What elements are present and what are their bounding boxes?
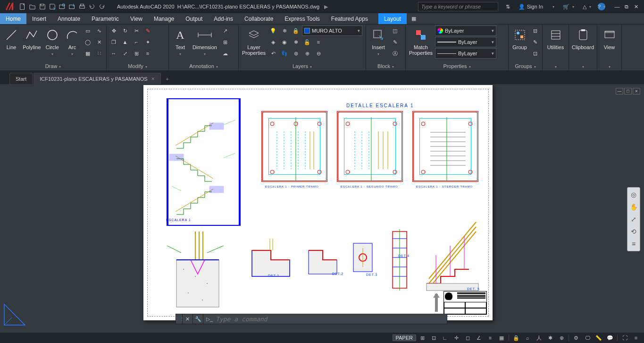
dimension-button[interactable]: Dimension▾ [191,26,219,58]
group-button[interactable]: Group [510,26,529,52]
sb-custom-icon[interactable]: ≡ [631,334,641,342]
vp-close-icon[interactable]: × [633,88,640,94]
tab-manage[interactable]: Manage [148,13,180,24]
close-icon[interactable]: ✕ [632,2,640,11]
redo-icon[interactable] [97,2,107,11]
sb-ws-icon[interactable]: ⚙ [571,334,581,342]
block-attr-icon[interactable]: Ⓐ [390,48,400,59]
tab-express[interactable]: Express Tools [279,13,325,24]
circle-button[interactable]: Circle▾ [43,26,62,58]
vp-minimize-icon[interactable]: — [616,88,623,94]
tab-featured[interactable]: Featured Apps [326,13,374,24]
command-input[interactable] [216,316,447,323]
layer-properties-button[interactable]: Layer Properties [241,26,267,58]
sb-monitor-icon[interactable]: 🖵 [582,334,593,342]
save-web-icon[interactable] [67,2,77,11]
match-properties-button[interactable]: Match Properties [408,26,434,58]
sb-grid-icon[interactable]: ⊞ [417,334,427,342]
tab-collaborate[interactable]: Collaborate [239,13,279,24]
table-icon[interactable]: ⊞ [220,37,230,47]
new-icon[interactable] [18,2,27,11]
utilities-button[interactable]: Utilities [544,26,567,52]
erase-icon[interactable]: ✎ [142,26,153,36]
connectivity-icon[interactable]: ⇅ [504,3,512,11]
layer-on-icon[interactable]: 💡 [268,26,278,36]
scale-icon[interactable]: ⤢ [120,48,130,59]
tab-insert[interactable]: Insert [26,13,52,24]
tab-parametric[interactable]: Parametric [86,13,125,24]
explode-icon[interactable]: ✦ [142,37,153,47]
spline-icon[interactable]: ∿ [94,26,104,36]
tab-close-icon[interactable]: × [151,76,155,82]
tab-addins[interactable]: Add-ins [208,13,239,24]
title-play-icon[interactable]: ▶ [324,4,328,10]
rotate-icon[interactable]: ↻ [120,26,130,36]
move-icon[interactable]: ✥ [109,26,119,36]
ellipse-icon[interactable]: ◯ [83,37,93,47]
nav-wheel-icon[interactable]: ◎ [628,189,639,200]
sb-units-icon[interactable]: 📏 [594,334,604,342]
nav-pan-icon[interactable]: ✋ [628,202,639,212]
arc-button[interactable]: Arc▾ [63,26,82,58]
offset-icon[interactable]: ≡ [142,48,153,59]
sb-annoscale-icon[interactable]: 🔒 [511,334,521,342]
sb-ortho-icon[interactable]: ∟ [440,334,450,342]
lineweight-combo[interactable]: ByLayer [435,37,496,47]
saveas-icon[interactable] [48,2,57,11]
trim-icon[interactable]: ✂ [131,26,142,36]
layer-freeze-icon[interactable]: ❄ [279,26,290,36]
paper-model-toggle[interactable]: PAPER [393,334,416,341]
cmd-recent-icon[interactable]: 🔧 [193,314,203,324]
sb-annovis-icon[interactable]: ✱ [545,334,555,342]
sb-osnap-icon[interactable]: ◻ [462,334,473,342]
layer-del-icon[interactable]: ⊖ [313,48,324,59]
block-create-icon[interactable]: ◫ [390,26,400,36]
layer-combo[interactable]: MURO ALTO [302,26,362,36]
cart-icon[interactable]: 🛒 [561,3,576,11]
tab-start[interactable]: Start [9,73,33,84]
sb-lwt-icon[interactable]: ≡ [485,334,495,342]
search-box[interactable]: Type a keyword or phrase [418,2,498,11]
layer-prev-icon[interactable]: ↶ [268,48,278,59]
sb-snap-icon[interactable]: ⊡ [428,334,439,342]
vp-restore-icon[interactable]: □ [624,88,632,94]
command-line[interactable]: ⋮⋮ ✕ 🔧 ▷_ [176,314,447,324]
help-icon[interactable]: ? [598,3,605,10]
sb-polar-icon[interactable]: ✛ [451,334,461,342]
tab-add-icon[interactable]: + [162,74,173,84]
tab-annotate[interactable]: Annotate [52,13,86,24]
nav-more-icon[interactable]: ≡ [628,239,639,249]
polyline-button[interactable]: Polyline [22,26,42,52]
tab-home[interactable]: Home [0,13,26,24]
clipboard-button[interactable]: Clipboard [571,26,595,52]
view-button[interactable]: View [599,26,619,52]
point-icon[interactable]: ∷ [94,48,104,59]
group-edit-icon[interactable]: ✎ [530,37,540,47]
color-combo[interactable]: ByLayer [435,26,496,36]
tab-output[interactable]: Output [180,13,208,24]
layer-lock-icon[interactable]: 🔒 [291,26,301,36]
text-button[interactable]: AText▾ [171,26,190,58]
tab-settings-icon[interactable]: ▦ [409,13,419,24]
layer-match-icon[interactable]: ≡ [313,37,324,47]
group-sel-icon[interactable]: ⊡ [530,48,540,59]
sb-otrack-icon[interactable]: ∠ [474,334,484,342]
block-edit-icon[interactable]: ✎ [390,37,400,47]
layer-lck-icon[interactable]: 🔓 [302,37,312,47]
tab-layout[interactable]: Layout [378,13,407,24]
layer-chg-icon[interactable]: ⊛ [291,48,301,59]
minimize-icon[interactable]: — [613,2,621,11]
line-button[interactable]: Line [2,26,21,52]
layer-off-icon[interactable]: ◉ [279,37,290,47]
tab-current-file[interactable]: ICF10231-plano ESCALERAS y PASAMANOS× [33,73,160,84]
sb-scale-icon[interactable]: ⌕ [522,334,533,342]
stretch-icon[interactable]: ↔ [109,48,119,59]
linetype-combo[interactable]: ByLayer [435,48,496,59]
copy-icon[interactable]: ❐ [109,37,119,47]
open-icon[interactable] [28,2,37,11]
insert-button[interactable]: Insert▾ [368,26,389,58]
sb-trans-icon[interactable]: ▦ [496,334,507,342]
cmd-customize-icon[interactable]: ✕ [183,314,193,324]
array-icon[interactable]: ⊞ [131,48,142,59]
sb-qp-icon[interactable]: 💬 [605,334,615,342]
